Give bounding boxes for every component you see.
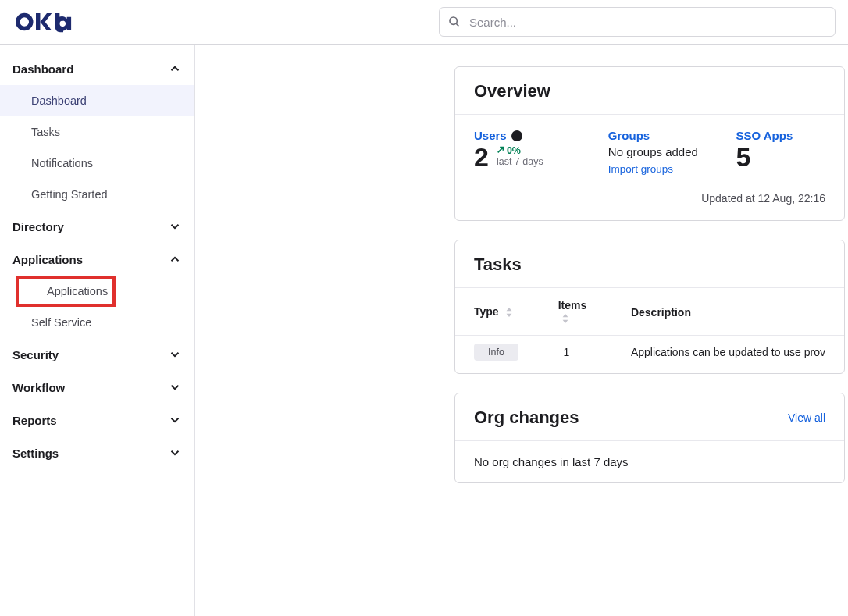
- overview-title: Overview: [474, 81, 825, 101]
- okta-logo: [16, 11, 78, 33]
- nav-section-label: Reports: [12, 414, 57, 427]
- tasks-card: Tasks Type Items: [454, 240, 845, 374]
- chevron-down-icon: [168, 380, 182, 394]
- nav-section-label: Applications: [12, 253, 83, 266]
- task-row[interactable]: Info 1 Applications can be updated to us…: [455, 336, 844, 374]
- nav-section-reports[interactable]: Reports: [0, 404, 194, 436]
- chevron-down-icon: [168, 413, 182, 427]
- nav-item-self-service[interactable]: Self Service: [0, 307, 194, 338]
- svg-point-1: [450, 17, 457, 24]
- stat-users: Users 2 0%: [474, 129, 608, 175]
- task-items: 1: [540, 336, 612, 374]
- svg-line-2: [456, 23, 458, 26]
- nav-section-dashboard[interactable]: Dashboard: [0, 52, 194, 85]
- nav-section-settings[interactable]: Settings: [0, 436, 194, 469]
- users-link[interactable]: Users: [474, 129, 522, 142]
- overview-updated: Updated at 12 Aug, 22:16: [474, 192, 825, 205]
- view-all-link[interactable]: View all: [788, 411, 825, 424]
- task-type-badge: Info: [474, 344, 518, 361]
- nav-section-label: Workflow: [12, 381, 65, 394]
- nav-section-label: Dashboard: [12, 62, 73, 76]
- users-count: 2: [474, 144, 489, 170]
- search-icon: [448, 16, 461, 28]
- nav-item-tasks[interactable]: Tasks: [0, 116, 194, 148]
- nav-section-directory[interactable]: Directory: [0, 210, 194, 243]
- chevron-up-icon: [168, 62, 182, 76]
- nav-item-applications[interactable]: Applications: [16, 276, 116, 307]
- sso-apps-link[interactable]: SSO Apps: [736, 129, 793, 142]
- users-trend: 0% last 7 days: [497, 146, 543, 168]
- sidebar: Dashboard Dashboard Tasks Notifications …: [0, 45, 195, 616]
- info-icon: [511, 130, 522, 141]
- nav-section-label: Security: [12, 348, 59, 361]
- main-content: Overview Users 2: [195, 45, 848, 616]
- overview-card: Overview Users 2: [454, 66, 845, 221]
- org-changes-empty: No org changes in last 7 days: [455, 441, 844, 482]
- task-description: Applications can be updated to use prov: [612, 336, 844, 374]
- org-changes-card: Org changes View all No org changes in l…: [454, 393, 845, 483]
- sort-icon: [505, 307, 513, 319]
- groups-link[interactable]: Groups: [608, 129, 650, 142]
- import-groups-link[interactable]: Import groups: [608, 163, 736, 175]
- org-changes-title: Org changes: [474, 408, 579, 428]
- nav-item-getting-started[interactable]: Getting Started: [0, 179, 194, 210]
- chevron-down-icon: [168, 446, 182, 460]
- chevron-down-icon: [168, 219, 182, 233]
- groups-text: No groups added: [608, 145, 736, 158]
- search-container: [439, 7, 836, 37]
- chevron-down-icon: [168, 347, 182, 361]
- col-type[interactable]: Type: [455, 288, 540, 336]
- nav-item-notifications[interactable]: Notifications: [0, 148, 194, 179]
- nav-section-security[interactable]: Security: [0, 338, 194, 371]
- sort-icon: [561, 313, 569, 326]
- nav-section-applications[interactable]: Applications: [0, 243, 194, 276]
- trend-up-icon: [497, 146, 504, 157]
- nav-section-label: Directory: [12, 220, 64, 233]
- sso-count: 5: [736, 144, 825, 170]
- svg-point-0: [18, 15, 31, 28]
- stat-groups: Groups No groups added Import groups: [608, 129, 736, 175]
- search-input[interactable]: [439, 7, 836, 37]
- top-header: [0, 0, 848, 45]
- nav-section-workflow[interactable]: Workflow: [0, 371, 194, 404]
- nav-item-dashboard[interactable]: Dashboard: [0, 85, 194, 116]
- stat-sso: SSO Apps 5: [736, 129, 825, 175]
- col-description[interactable]: Description: [612, 288, 844, 336]
- tasks-title: Tasks: [474, 255, 825, 275]
- nav-section-label: Settings: [12, 447, 59, 460]
- col-items[interactable]: Items: [540, 288, 612, 336]
- chevron-up-icon: [168, 252, 182, 266]
